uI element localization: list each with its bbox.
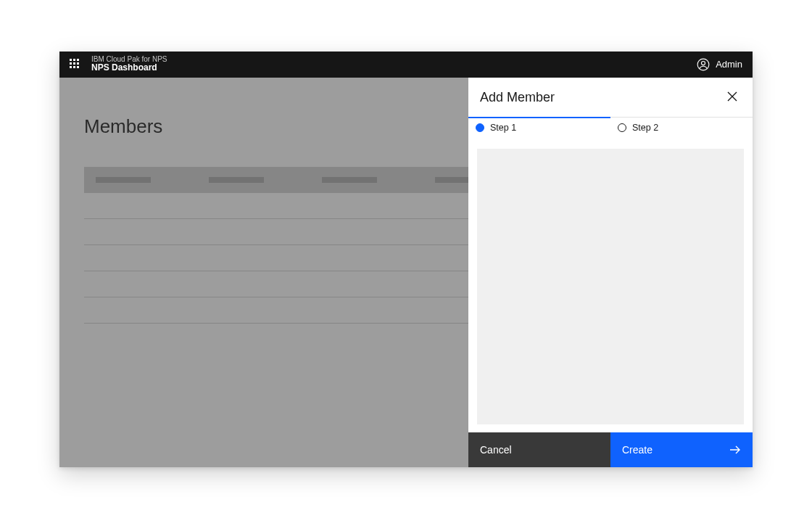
svg-point-1 xyxy=(702,61,705,65)
step-incomplete-icon xyxy=(618,123,626,132)
step-label: Step 2 xyxy=(632,123,658,133)
app-launcher-icon[interactable] xyxy=(70,59,81,70)
create-button[interactable]: Create xyxy=(610,432,753,467)
progress-step-1[interactable]: Step 1 xyxy=(468,117,610,140)
panel-body xyxy=(468,140,753,432)
panel-header: Add Member xyxy=(468,78,753,117)
arrow-right-icon xyxy=(729,445,741,455)
add-member-panel: Add Member Step 1 Step 2 Cancel xyxy=(468,78,753,467)
app-window: IBM Cloud Pak for NPS NPS Dashboard Admi… xyxy=(59,52,753,467)
create-button-label: Create xyxy=(622,444,652,456)
panel-title: Add Member xyxy=(480,90,555,105)
panel-content-placeholder xyxy=(477,149,744,424)
user-menu[interactable]: Admin xyxy=(697,58,742,71)
top-header: IBM Cloud Pak for NPS NPS Dashboard Admi… xyxy=(59,52,753,78)
step-label: Step 1 xyxy=(490,123,516,133)
cancel-button-label: Cancel xyxy=(480,444,512,456)
step-current-icon xyxy=(476,123,484,132)
brand-block: IBM Cloud Pak for NPS NPS Dashboard xyxy=(91,55,167,73)
app-title: NPS Dashboard xyxy=(91,63,167,73)
progress-step-2[interactable]: Step 2 xyxy=(610,117,753,140)
close-button[interactable] xyxy=(724,89,741,107)
progress-indicator: Step 1 Step 2 xyxy=(468,117,753,140)
user-label: Admin xyxy=(716,59,742,70)
close-icon xyxy=(727,91,737,104)
user-avatar-icon xyxy=(697,58,710,71)
cancel-button[interactable]: Cancel xyxy=(468,432,610,467)
panel-footer: Cancel Create xyxy=(468,432,753,467)
